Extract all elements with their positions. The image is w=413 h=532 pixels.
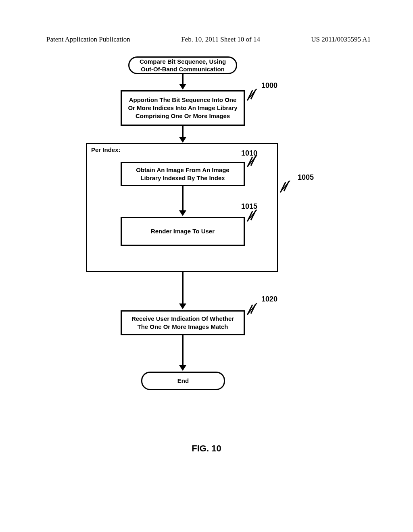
process-1015: Render Image To User [121,217,245,246]
arrow-4 [182,272,184,308]
process-1010: Obtain An Image From An Image Library In… [121,162,245,186]
process-1000: Apportion The Bit Sequence Into One Or M… [121,90,245,126]
leader-1010 [247,155,259,167]
arrow-1 [182,74,184,89]
page-header: Patent Application Publication Feb. 10, … [0,0,413,44]
figure-caption: FIG. 10 [192,443,221,454]
leader-1020 [247,303,259,315]
ref-1005: 1005 [298,173,314,182]
leader-1000 [247,89,259,101]
ref-1000: 1000 [261,81,277,90]
flowchart-diagram: Compare Bit Sequence, Using Out-Of-Band … [0,52,413,496]
leader-1005 [280,181,292,193]
ref-1020: 1020 [261,295,277,303]
end-terminator: End [141,372,225,390]
container-label: Per Index: [91,146,121,153]
arrow-2 [182,126,184,142]
header-publication: Patent Application Publication [46,35,130,44]
arrow-5 [182,335,184,370]
start-terminator: Compare Bit Sequence, Using Out-Of-Band … [128,56,237,74]
header-patent-number: US 2011/0035595 A1 [311,35,371,44]
process-1020: Receive User Indication Of Whether The O… [121,310,245,335]
header-date-sheet: Feb. 10, 2011 Sheet 10 of 14 [181,35,260,44]
leader-1015 [247,210,259,222]
arrow-3 [182,186,184,215]
